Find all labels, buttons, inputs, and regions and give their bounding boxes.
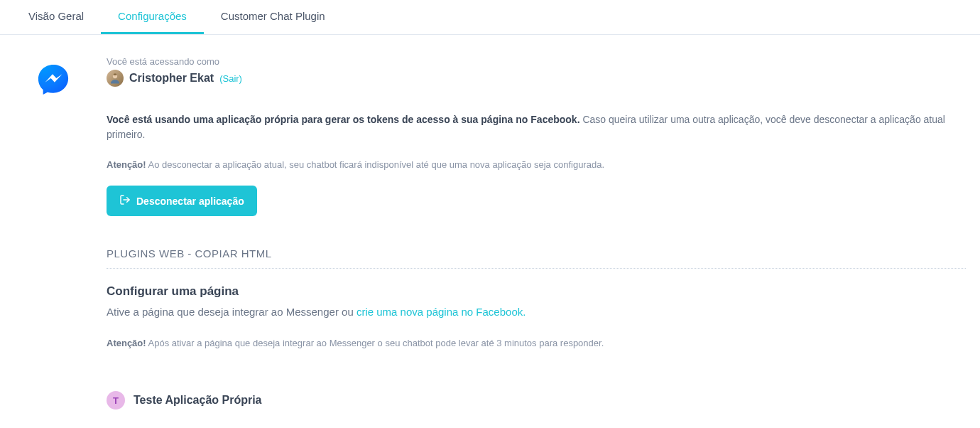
content-column: Você está acessando como Cristopher Ekat… [107, 56, 980, 410]
paren-close: ) [239, 73, 242, 84]
user-name: Cristopher Ekat [129, 72, 214, 85]
messenger-icon [37, 63, 70, 96]
logout-link[interactable]: Sair [222, 73, 239, 84]
tab-customer-chat-plugin[interactable]: Customer Chat Plugin [204, 0, 342, 34]
app-row: T Teste Aplicação Própria [107, 391, 966, 410]
app-name: Teste Aplicação Própria [134, 394, 262, 407]
accessing-as-label: Você está acessando como [107, 56, 966, 67]
warning2-label: Atenção! [107, 338, 146, 348]
section-title-plugins: PLUGINS WEB - COPIAR HTML [107, 247, 966, 269]
warning-activate: Atenção! Após ativar a página que deseja… [107, 338, 966, 348]
create-page-link[interactable]: crie uma nova página no Facebook. [356, 306, 526, 318]
warning-body: Ao desconectar a aplicação atual, seu ch… [146, 159, 604, 170]
info-text: Você está usando uma aplicação própria p… [107, 112, 966, 142]
logout-icon [119, 194, 131, 208]
icon-column [0, 56, 107, 410]
info-bold: Você está usando uma aplicação própria p… [107, 114, 580, 125]
avatar [107, 70, 124, 87]
disconnect-button[interactable]: Desconectar aplicação [107, 186, 257, 216]
warning2-body: Após ativar a página que deseja integrar… [146, 338, 604, 348]
logout-wrapper: (Sair) [219, 72, 242, 85]
tabs-bar: Visão Geral Configurações Customer Chat … [0, 0, 980, 35]
user-row: Cristopher Ekat (Sair) [107, 70, 966, 87]
main-container: Você está acessando como Cristopher Ekat… [0, 35, 980, 410]
config-page-title: Configurar uma página [107, 284, 966, 299]
tab-configuracoes[interactable]: Configurações [101, 0, 204, 34]
disconnect-button-label: Desconectar aplicação [136, 196, 244, 207]
tab-visao-geral[interactable]: Visão Geral [11, 0, 101, 34]
warning-disconnect: Atenção! Ao desconectar a aplicação atua… [107, 159, 966, 170]
warning-label: Atenção! [107, 159, 146, 170]
config-desc-prefix: Ative a página que deseja integrar ao Me… [107, 306, 356, 318]
config-page-desc: Ative a página que deseja integrar ao Me… [107, 306, 966, 318]
app-badge: T [107, 391, 125, 410]
